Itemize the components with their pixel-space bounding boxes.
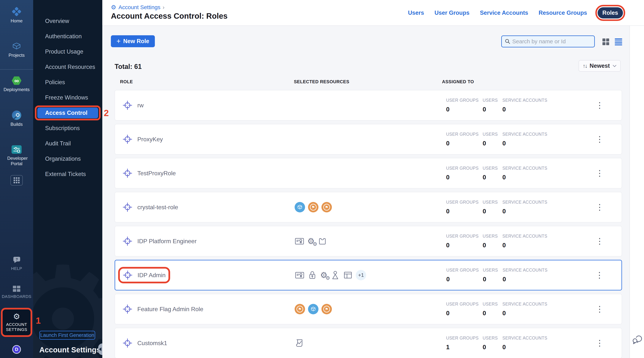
role-identity[interactable]: ProxyKey <box>122 134 163 144</box>
kebab-menu-icon[interactable]: ⋮ <box>596 135 604 143</box>
roles-list: rw USER GROUPS 0 USERS 0 SERVICE ACCOUNT… <box>114 90 622 358</box>
resource-overflow-badge[interactable]: +1 <box>356 270 366 280</box>
rail-item-projects[interactable]: Projects <box>0 42 33 58</box>
launch-first-generation-button[interactable]: Launch First Generation <box>39 331 95 340</box>
role-identity[interactable]: IDP Platform Engineer <box>122 236 196 246</box>
role-row[interactable]: Customsk1 USER GROUPS 1 USERS 0 SERVICE … <box>114 328 622 358</box>
search-input[interactable] <box>512 38 591 45</box>
tab-resource-groups[interactable]: Resource Groups <box>538 10 587 16</box>
stat-label: SERVICE ACCOUNTS <box>502 132 547 137</box>
role-selected-resources <box>294 338 443 348</box>
role-row[interactable]: Feature Flag Admin Role ⚑⚑ USER GROUPS 0… <box>114 294 622 324</box>
sidebar-item-audit-trail[interactable]: Audit Trail <box>33 136 102 151</box>
role-identity[interactable]: TestProxyRole <box>122 168 176 178</box>
rail-label: DASHBOARDS <box>2 294 31 299</box>
settings-gear-icon: ⚙ <box>111 4 116 10</box>
sidebar-item-policies[interactable]: Policies <box>33 75 102 90</box>
sidebar-collapse-handle[interactable] <box>98 343 102 355</box>
stat-value-users: 0 <box>483 242 502 249</box>
role-identity[interactable]: crystal-test-role <box>122 202 178 212</box>
kebab-menu-icon[interactable]: ⋮ <box>595 271 604 279</box>
kebab-menu-icon[interactable]: ⋮ <box>596 339 604 347</box>
kebab-menu-icon[interactable]: ⋮ <box>596 305 604 313</box>
sidebar-item-product-usage[interactable]: Product Usage <box>33 44 102 59</box>
stat-value-users: 0 <box>483 140 502 147</box>
role-row[interactable]: crystal-test-role ⚑⚑ USER GROUPS 0 USERS… <box>114 192 622 223</box>
rail-section-divider <box>0 69 33 70</box>
role-assigned-to: USER GROUPS 0 USERS 0 SERVICE ACCOUNTS 0 <box>443 132 622 147</box>
rail-item-help[interactable]: ? HELP <box>0 256 33 271</box>
chevron-right-icon: › <box>163 4 164 11</box>
rail-item-deployments[interactable]: ∞ Deployments <box>0 76 33 92</box>
role-assigned-to: USER GROUPS 0 USERS 0 SERVICE ACCOUNTS 0 <box>443 268 622 283</box>
role-identity[interactable]: Feature Flag Admin Role <box>122 304 203 314</box>
tab-user-groups[interactable]: User Groups <box>434 10 470 16</box>
kebab-menu-icon[interactable]: ⋮ <box>596 237 604 245</box>
sidebar-item-access-control[interactable]: Access Control 2 <box>37 107 98 118</box>
sidebar-item-external-tickets[interactable]: External Tickets <box>33 166 102 182</box>
sidebar-item-subscriptions[interactable]: Subscriptions <box>33 121 102 136</box>
rail-item-builds[interactable]: Builds <box>0 110 33 127</box>
rail-item-dashboards[interactable]: DASHBOARDS <box>0 285 33 299</box>
search-box <box>501 36 595 47</box>
role-assigned-to: USER GROUPS 1 USERS 0 SERVICE ACCOUNTS 0 <box>443 336 622 351</box>
rail-item-account-settings[interactable]: ⚙ ACCOUNT SETTINGS 1 <box>2 309 31 335</box>
user-avatar[interactable]: D <box>12 345 21 354</box>
tab-users[interactable]: Users <box>408 10 424 16</box>
collapse-arrow-icon <box>99 347 101 351</box>
list-view-toggle-icon[interactable] <box>615 39 622 45</box>
role-identity[interactable]: rw <box>122 100 144 110</box>
sort-dropdown[interactable]: ↑↓ Newest <box>578 60 621 72</box>
stat-group: USERS 0 <box>483 200 502 215</box>
stat-label: USER GROUPS <box>446 132 483 137</box>
dashboards-icon <box>12 285 21 292</box>
stat-label: USER GROUPS <box>446 268 483 273</box>
chevron-down-icon <box>612 65 616 67</box>
breadcrumb-link-account-settings[interactable]: Account Settings <box>118 4 160 11</box>
main-content: ⚙ Account Settings › Account Access Cont… <box>102 0 644 358</box>
role-name: Feature Flag Admin Role <box>137 306 203 313</box>
breadcrumb: ⚙ Account Settings › <box>111 4 164 11</box>
stat-group: USERS 0 <box>483 98 502 113</box>
new-role-button[interactable]: + New Role <box>111 35 155 47</box>
rail-item-home[interactable]: Home <box>0 7 33 24</box>
role-row[interactable]: IDP Admin ⚙⚙+1 USER GROUPS 0 USERS 0 SER… <box>114 260 622 290</box>
role-identity[interactable]: IDP Admin <box>122 270 166 280</box>
sidebar-item-authentication[interactable]: Authentication <box>33 29 102 44</box>
role-row[interactable]: ProxyKey USER GROUPS 0 USERS 0 SERVICE A… <box>114 124 622 154</box>
stat-value-users: 0 <box>483 276 502 283</box>
stat-label: SERVICE ACCOUNTS <box>502 234 547 239</box>
kebab-menu-icon[interactable]: ⋮ <box>596 169 604 177</box>
developer-portal-icon <box>12 145 22 154</box>
role-identity[interactable]: Customsk1 <box>122 338 167 348</box>
cube-blue-icon <box>294 202 305 212</box>
stat-group: SERVICE ACCOUNTS 0 <box>502 132 547 147</box>
tab-service-accounts[interactable]: Service Accounts <box>480 10 528 16</box>
sidebar-item-account-resources[interactable]: Account Resources <box>33 59 102 75</box>
rail-item-developer-portal[interactable]: Developer Portal <box>0 145 33 166</box>
kebab-menu-icon[interactable]: ⋮ <box>596 101 604 109</box>
stat-group: SERVICE ACCOUNTS 0 <box>502 98 547 113</box>
sidebar-item-organizations[interactable]: Organizations <box>33 151 102 166</box>
role-row[interactable]: rw USER GROUPS 0 USERS 0 SERVICE ACCOUNT… <box>114 90 622 121</box>
role-name: ProxyKey <box>137 136 163 143</box>
kebab-menu-icon[interactable]: ⋮ <box>596 203 604 211</box>
role-row[interactable]: IDP Platform Engineer ⚙⚙ USER GROUPS 0 U… <box>114 226 622 256</box>
stat-value-service-accounts: 0 <box>502 174 547 181</box>
stat-value-users: 0 <box>483 310 502 317</box>
role-cell: ProxyKey <box>115 134 294 144</box>
sidebar-item-overview[interactable]: Overview <box>33 14 102 29</box>
support-chat-icon[interactable] <box>632 334 643 344</box>
column-header-role: ROLE <box>120 79 133 84</box>
flag-orange-icon: ⚑ <box>308 202 318 212</box>
rail-module-picker[interactable] <box>0 175 33 186</box>
sidebar-item-freeze-windows[interactable]: Freeze Windows <box>33 90 102 105</box>
stat-group: SERVICE ACCOUNTS 0 <box>502 234 547 249</box>
role-row[interactable]: TestProxyRole USER GROUPS 0 USERS 0 SERV… <box>114 158 622 189</box>
stat-group: USER GROUPS 0 <box>446 166 483 181</box>
grid-view-toggle-icon[interactable] <box>602 39 610 45</box>
role-target-icon <box>122 236 132 246</box>
tab-roles[interactable]: Roles <box>598 7 623 19</box>
help-icon: ? <box>12 256 21 264</box>
stat-value-service-accounts: 0 <box>502 208 547 215</box>
